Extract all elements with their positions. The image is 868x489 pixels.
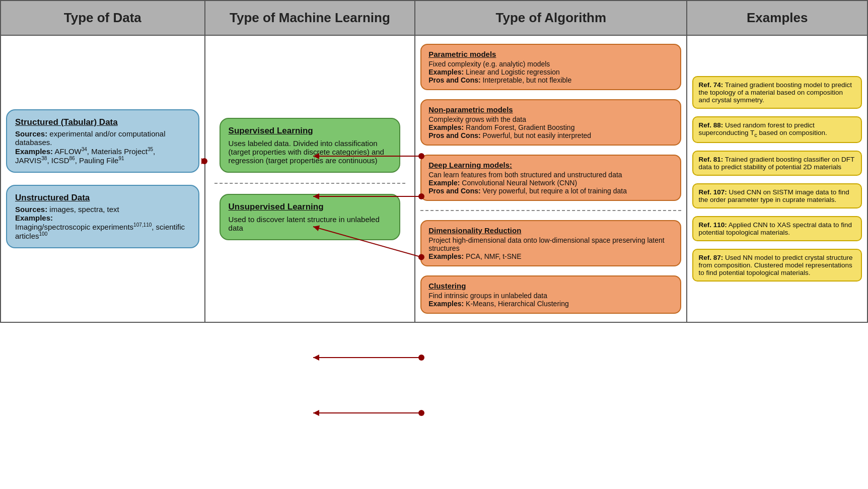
algo-section-supervised: Parametric models Fixed complexity (e.g.… — [420, 44, 681, 201]
example-ref81: Ref. 81: Trained gradient boosting class… — [692, 151, 862, 176]
parametric-pros: Pros and Cons: Interpretable, but not fl… — [428, 76, 571, 84]
structured-data-sources: Sources: experimental and/or computation… — [15, 129, 166, 147]
dimensionality-title: Dimensionality Reduction — [428, 226, 673, 235]
unsupervised-learning-title: Unsupervised Learning — [229, 202, 392, 212]
header-data: Type of Data — [1, 1, 205, 35]
deeplearning-line1: Can learn features from both structured … — [428, 171, 622, 179]
unstructured-data-box: Unstructured Data Sources: images, spect… — [6, 185, 199, 248]
algo-column: Parametric models Fixed complexity (e.g.… — [415, 35, 687, 322]
algo-divider — [420, 210, 681, 211]
header-algo: Type of Algorithm — [415, 1, 687, 35]
header-examples: Examples — [687, 1, 867, 35]
algo-section-unsupervised: Dimensionality Reduction Project high-di… — [420, 220, 681, 314]
nonparametric-pros: Pros and Cons: Powerful, but not easily … — [428, 131, 591, 139]
dimensionality-examples: Examples: PCA, NMF, t-SNE — [428, 252, 521, 260]
parametric-line1: Fixed complexity (e.g. analytic) models — [428, 60, 550, 68]
structured-data-title: Structured (Tabular) Data — [15, 117, 190, 127]
nonparametric-line1: Complexity grows with the data — [428, 115, 526, 123]
structured-data-examples: Examples: AFLOW34, Materials Project35, … — [15, 147, 155, 165]
ml-boxes-container: Supervised Learning Uses labeled data. D… — [210, 93, 410, 265]
deeplearning-pros: Pros and Cons: Very powerful, but requir… — [428, 187, 627, 195]
main-table: Type of Data Type of Machine Learning Ty… — [0, 0, 868, 323]
structured-data-box: Structured (Tabular) Data Sources: exper… — [6, 109, 199, 173]
ref74-label: Ref. 74: — [698, 81, 723, 89]
nonparametric-box: Non-parametric models Complexity grows w… — [420, 99, 681, 146]
deeplearning-title: Deep Learning models: — [428, 161, 673, 169]
dimensionality-box: Dimensionality Reduction Project high-di… — [420, 220, 681, 266]
unsupervised-learning-content: Used to discover latent structure in unl… — [229, 215, 380, 232]
example-ref74: Ref. 74: Trained gradient boosting model… — [692, 76, 862, 109]
supervised-learning-box: Supervised Learning Uses labeled data. D… — [220, 118, 401, 173]
header-ml: Type of Machine Learning — [205, 1, 415, 35]
supervised-learning-title: Supervised Learning — [229, 126, 392, 136]
data-boxes-container: Structured (Tabular) Data Sources: exper… — [6, 104, 199, 253]
parametric-title: Parametric models — [428, 50, 673, 58]
deeplearning-examples: Example: Convolutional Neural Network (C… — [428, 179, 577, 187]
nonparametric-title: Non-parametric models — [428, 105, 673, 114]
clustering-line1: Find intrinsic groups in unlabeled data — [428, 292, 547, 300]
clustering-title: Clustering — [428, 282, 673, 290]
ml-divider — [214, 183, 406, 184]
unsupervised-learning-box: Unsupervised Learning Used to discover l… — [220, 194, 401, 240]
ref81-label: Ref. 81: — [698, 156, 723, 163]
unstructured-data-example-list: Imaging/spectroscopic experiments107,110… — [15, 223, 185, 240]
ref107-label: Ref. 107: — [698, 188, 727, 196]
example-ref107: Ref. 107: Used CNN on SISTM image data t… — [692, 183, 862, 208]
examples-column: Ref. 74: Trained gradient boosting model… — [687, 35, 867, 322]
deeplearning-box: Deep Learning models: Can learn features… — [420, 155, 681, 201]
ref110-label: Ref. 110: — [698, 221, 727, 229]
clustering-box: Clustering Find intrinsic groups in unla… — [420, 275, 681, 314]
clustering-examples: Examples: K-Means, Hierarchical Clusteri… — [428, 300, 569, 308]
unstructured-data-sources: Sources: images, spectra, text — [15, 205, 119, 214]
parametric-examples: Examples: Linear and Logistic regression — [428, 68, 560, 76]
example-ref88: Ref. 88: Used random forest to predict s… — [692, 116, 862, 143]
supervised-learning-content: Uses labeled data. Divided into classifi… — [229, 139, 384, 165]
parametric-box: Parametric models Fixed complexity (e.g.… — [420, 44, 681, 90]
examples-boxes-container: Ref. 74: Trained gradient boosting model… — [692, 74, 862, 284]
data-column: Structured (Tabular) Data Sources: exper… — [1, 35, 205, 322]
unstructured-data-title: Unstructured Data — [15, 193, 190, 203]
algo-boxes-container: Parametric models Fixed complexity (e.g.… — [420, 41, 681, 317]
ref88-label: Ref. 88: — [698, 121, 723, 129]
nonparametric-examples: Examples: Random Forest, Gradient Boosti… — [428, 123, 574, 131]
example-ref110: Ref. 110: Applied CNN to XAS spectral da… — [692, 216, 862, 241]
unstructured-data-examples: Examples: — [15, 214, 53, 222]
ref87-label: Ref. 87: — [698, 254, 723, 261]
example-ref87: Ref. 87: Used NN model to predict crysta… — [692, 249, 862, 282]
dimensionality-line1: Project high-dimensional data onto low-d… — [428, 236, 665, 252]
ml-column: Supervised Learning Uses labeled data. D… — [205, 35, 415, 322]
